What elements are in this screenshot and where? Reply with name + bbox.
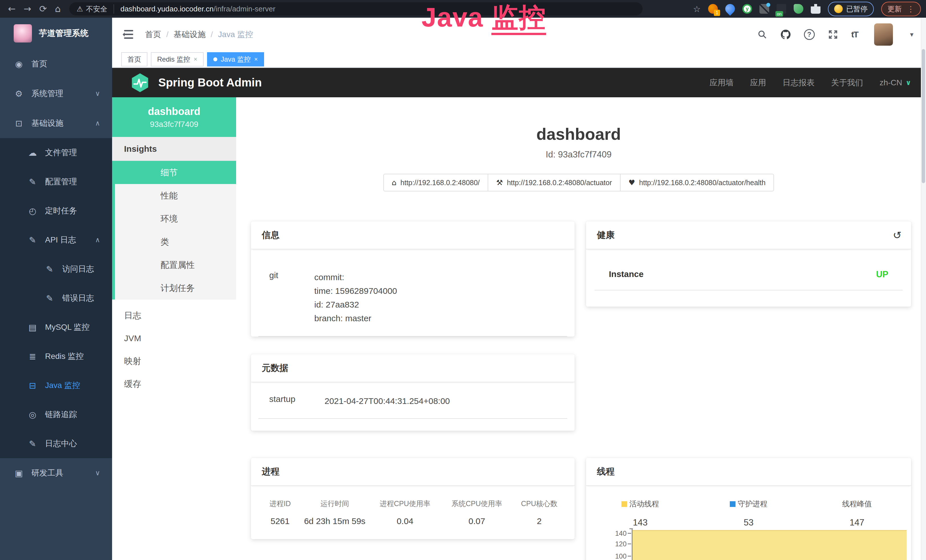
sidebar-item-label: 定时任务: [45, 206, 77, 216]
sba-nav-about[interactable]: 关于我们: [831, 77, 863, 88]
health-url-link[interactable]: ♥ http://192.168.0.2:48080/actuator/heal…: [620, 174, 774, 191]
sidebar-submenu-infrastructure: ☁ 文件管理 ✎ 配置管理 ◴ 定时任务 ✎ API 日志 ∧ ✎ 访问日志 ✎: [0, 138, 112, 458]
extension-icon[interactable]: 1: [708, 4, 718, 14]
history-icon[interactable]: ↺: [893, 229, 902, 241]
collapse-sidebar-icon[interactable]: [122, 30, 133, 39]
legend-value: 147: [803, 518, 911, 528]
bookmark-star-icon[interactable]: ☆: [693, 4, 701, 14]
sidebar-item-system[interactable]: ⚙ 系统管理 ∨: [0, 79, 112, 108]
metadata-card: 元数据 startup 2021-04-27T00:44:31.254+08:0…: [251, 354, 575, 431]
extension-icon[interactable]: [794, 4, 803, 14]
sba-language-select[interactable]: zh-CN ∨: [879, 78, 911, 87]
legend-value: 143: [586, 518, 694, 528]
process-card: 进程 进程ID 5261 运行时间 6d 23h 15m 59s 进程CPU使用…: [251, 458, 575, 539]
sba-app-header[interactable]: dashboard 93a3fc7f7409: [112, 97, 236, 137]
sidebar-item-dev-tools[interactable]: ▣ 研发工具 ∨: [0, 458, 112, 488]
extensions-puzzle-icon[interactable]: [811, 4, 820, 14]
process-table: 进程ID 5261 运行时间 6d 23h 15m 59s 进程CPU使用率 0…: [251, 486, 575, 537]
github-icon[interactable]: [781, 29, 791, 40]
sidebar-item-home[interactable]: ◉ 首页: [0, 49, 112, 79]
extension-badge: 1: [714, 10, 720, 16]
tab-label: Java 监控: [221, 55, 251, 64]
sidebar-item-label: 基础设施: [31, 118, 63, 129]
help-icon[interactable]: ?: [804, 29, 815, 40]
sba-item-classes[interactable]: 类: [115, 230, 236, 253]
brand-title: 芋道管理系统: [39, 28, 88, 39]
sidebar-item-java-monitor[interactable]: ⊟ Java 监控: [0, 371, 112, 400]
sidebar-item-mysql-monitor[interactable]: ▤ MySQL 监控: [0, 313, 112, 342]
tab-redis-monitor[interactable]: Redis 监控 ×: [151, 52, 204, 67]
page-scrollbar[interactable]: [921, 18, 926, 560]
edit-icon: ✎: [27, 177, 38, 187]
health-card: 健康 ↺ Instance UP: [586, 221, 911, 307]
sidebar-item-tracing[interactable]: ◎ 链路追踪: [0, 400, 112, 429]
y-axis-tick-label: 120: [610, 540, 626, 548]
fullscreen-icon[interactable]: [828, 29, 838, 40]
sba-item-config-props[interactable]: 配置属性: [115, 253, 236, 277]
sidebar-item-log-center[interactable]: ✎ 日志中心: [0, 429, 112, 458]
sba-item-mappings[interactable]: 映射: [112, 350, 236, 372]
health-row-instance: Instance UP: [595, 249, 903, 291]
tab-java-monitor[interactable]: Java 监控 ×: [207, 52, 264, 67]
extension-icon[interactable]: [760, 4, 769, 14]
sba-item-scheduled-tasks[interactable]: 计划任务: [115, 277, 236, 300]
sba-item-metrics[interactable]: 性能: [115, 184, 236, 207]
sidebar-item-infrastructure[interactable]: ⊡ 基础设施 ∧: [0, 108, 112, 138]
close-icon[interactable]: ×: [194, 56, 197, 63]
service-url-link[interactable]: ⌂ http://192.168.0.2:48080/: [383, 174, 489, 191]
breadcrumb-infrastructure[interactable]: 基础设施: [174, 29, 206, 40]
user-menu-caret-icon[interactable]: ▾: [910, 30, 914, 38]
sidebar-item-config-manage[interactable]: ✎ 配置管理: [0, 167, 112, 196]
sba-item-caches[interactable]: 缓存: [112, 372, 236, 395]
instance-id: Id: 93a3fc7f7409: [236, 150, 921, 160]
browser-home-icon[interactable]: ⌂: [55, 4, 61, 14]
extension-icon[interactable]: [776, 4, 786, 14]
sidebar-item-error-log[interactable]: ✎ 错误日志: [0, 283, 112, 313]
sba-item-environment[interactable]: 环境: [115, 207, 236, 230]
sidebar-item-file-manage[interactable]: ☁ 文件管理: [0, 138, 112, 167]
sba-nav-applications[interactable]: 应用: [750, 77, 766, 88]
instance-links: ⌂ http://192.168.0.2:48080/ ⚒ http://192…: [236, 174, 921, 191]
browser-menu-icon[interactable]: ⋮: [907, 5, 915, 14]
browser-forward-icon[interactable]: →: [24, 4, 31, 14]
actuator-url-link[interactable]: ⚒ http://192.168.0.2:48080/actuator: [488, 174, 620, 191]
sba-nav-wallboard[interactable]: 应用墙: [710, 77, 734, 88]
paused-chip[interactable]: 已暂停: [828, 2, 874, 16]
browser-reload-icon[interactable]: ⟳: [39, 4, 47, 14]
info-card: 信息 git commit: time: 1596289704000 id: 2…: [251, 221, 575, 337]
sba-item-details[interactable]: 细节: [115, 161, 236, 184]
browser-back-icon[interactable]: ←: [8, 4, 16, 14]
breadcrumb-home[interactable]: 首页: [145, 29, 161, 40]
metadata-key: startup: [259, 394, 314, 408]
sba-nav: 应用墙 应用 日志报表 关于我们 zh-CN ∨: [710, 77, 911, 88]
update-label: 更新: [888, 4, 902, 14]
sba-item-jvm[interactable]: JVM: [112, 327, 236, 350]
chevron-up-icon: ∧: [95, 236, 100, 244]
user-avatar[interactable]: [874, 23, 893, 45]
y-axis-tick: [628, 556, 631, 557]
chevron-down-icon: ∨: [95, 469, 100, 477]
extension-icon[interactable]: y: [742, 4, 752, 14]
security-badge[interactable]: ⚠ 不安全: [77, 4, 114, 14]
update-button[interactable]: 更新 ⋮: [881, 2, 921, 16]
process-col-value: 2: [510, 516, 569, 526]
legend-peak-threads: 线程峰值 147: [803, 499, 911, 528]
scrollbar-thumb[interactable]: [922, 49, 925, 183]
close-icon[interactable]: ×: [254, 56, 258, 63]
sba-nav-journal[interactable]: 日志报表: [782, 77, 814, 88]
sidebar-item-access-log[interactable]: ✎ 访问日志: [0, 254, 112, 283]
extension-icon[interactable]: [723, 2, 737, 16]
font-size-icon[interactable]: tT: [851, 30, 858, 39]
info-row-git: git commit: time: 1596289704000 id: 27aa…: [259, 249, 567, 337]
sba-group-insights[interactable]: Insights: [112, 137, 236, 161]
address-bar[interactable]: ⚠ 不安全 dashboard.yudao.iocoder.cn/infra/a…: [69, 2, 643, 15]
process-col-value: 6d 23h 15m 59s: [303, 516, 366, 526]
sidebar-item-redis-monitor[interactable]: ≣ Redis 监控: [0, 342, 112, 371]
chevron-up-icon: ∧: [95, 119, 100, 127]
sba-root-items: 日志 JVM 映射 缓存: [112, 300, 236, 395]
tab-home[interactable]: 首页: [121, 52, 147, 67]
sba-item-logfile[interactable]: 日志: [112, 304, 236, 327]
sidebar-item-scheduled-jobs[interactable]: ◴ 定时任务: [0, 196, 112, 226]
search-icon[interactable]: [757, 29, 767, 40]
sidebar-item-api-log[interactable]: ✎ API 日志 ∧: [0, 226, 112, 254]
